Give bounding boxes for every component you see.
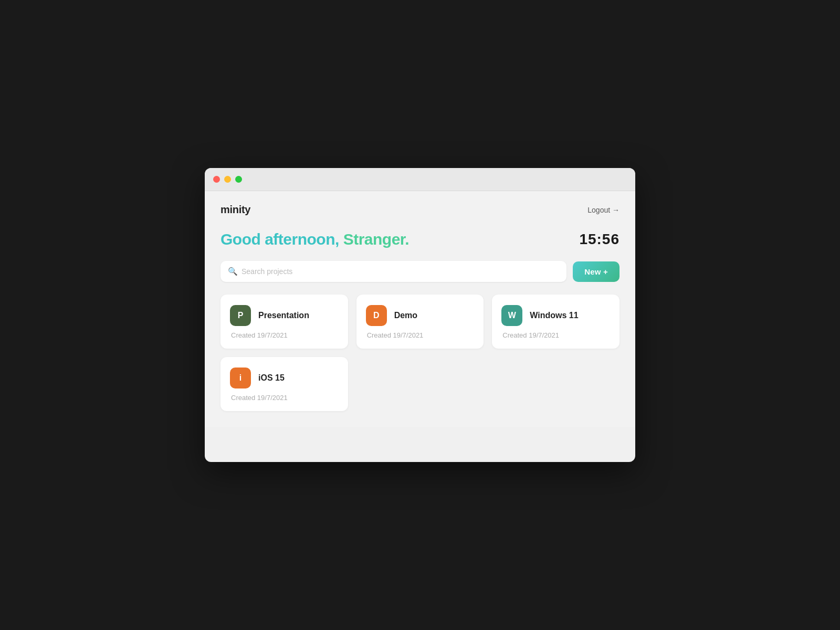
search-row: 🔍 New + [220,261,620,282]
project-card-inner: W Windows 11 [501,305,610,326]
project-name-demo: Demo [394,311,417,320]
greeting-section: Good afternoon, Stranger. 15:56 [220,230,620,248]
project-date-presentation: Created 19/7/2021 [230,331,339,339]
project-card-windows11[interactable]: W Windows 11 Created 19/7/2021 [492,295,620,349]
minimize-button[interactable] [224,176,231,183]
titlebar [205,168,635,191]
logout-button[interactable]: Logout → [587,206,620,214]
new-project-button[interactable]: New + [573,261,620,282]
project-name-windows11: Windows 11 [530,311,578,320]
project-card-ios15[interactable]: i iOS 15 Created 19/7/2021 [220,357,348,411]
project-icon-presentation: P [230,305,251,326]
project-card-inner: i iOS 15 [230,368,339,388]
clock-display: 15:56 [579,231,620,248]
greeting-text: Good afternoon, Stranger. [220,230,409,248]
project-name-ios15: iOS 15 [258,373,285,383]
project-card-presentation[interactable]: P Presentation Created 19/7/2021 [220,295,348,349]
traffic-lights [213,176,242,183]
app-header: minity Logout → [220,202,620,216]
greeting-afternoon: afternoon, [265,230,343,248]
maximize-button[interactable] [235,176,242,183]
projects-grid: P Presentation Created 19/7/2021 D Demo … [220,295,620,411]
search-container: 🔍 [220,261,566,282]
main-content: minity Logout → Good afternoon, Stranger… [205,191,635,427]
project-date-ios15: Created 19/7/2021 [230,394,339,402]
project-date-windows11: Created 19/7/2021 [501,331,610,339]
project-name-presentation: Presentation [258,311,309,320]
search-icon: 🔍 [228,267,238,276]
app-logo: minity [220,204,250,216]
greeting-good: Good [220,230,265,248]
project-icon-windows11: W [501,305,522,326]
close-button[interactable] [213,176,220,183]
project-icon-demo: D [366,305,387,326]
search-input[interactable] [220,261,566,282]
project-date-demo: Created 19/7/2021 [366,331,475,339]
project-card-demo[interactable]: D Demo Created 19/7/2021 [356,295,484,349]
project-card-inner: D Demo [366,305,475,326]
project-card-inner: P Presentation [230,305,339,326]
greeting-name: Stranger. [343,230,410,248]
project-icon-ios15: i [230,368,251,388]
app-window: minity Logout → Good afternoon, Stranger… [205,168,635,462]
